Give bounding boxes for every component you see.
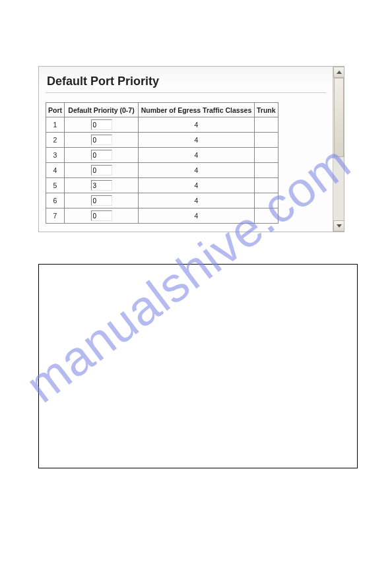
cell-trunk: [255, 178, 278, 193]
cell-port: 3: [46, 148, 65, 163]
cell-port: 7: [46, 208, 65, 224]
cell-port: 5: [46, 178, 65, 193]
empty-frame: [38, 264, 358, 468]
cell-priority: [65, 117, 139, 133]
table-row: 5 4: [46, 178, 278, 193]
column-header-port: Port: [46, 103, 65, 117]
scrollbar-thumb[interactable]: [334, 78, 344, 157]
column-header-egress: Number of Egress Traffic Classes: [139, 103, 255, 117]
table-row: 7 4: [46, 208, 278, 224]
cell-egress: 4: [139, 163, 255, 178]
cell-trunk: [255, 117, 278, 133]
priority-input[interactable]: [91, 210, 112, 221]
cell-port: 6: [46, 193, 65, 208]
cell-port: 2: [46, 133, 65, 148]
cell-trunk: [255, 148, 278, 163]
table-row: 4 4: [46, 163, 278, 178]
table-row: 1 4: [46, 117, 278, 133]
arrow-up-icon: [337, 71, 342, 74]
cell-egress: 4: [139, 193, 255, 208]
priority-input[interactable]: [91, 150, 112, 160]
page-title: Default Port Priority: [47, 75, 326, 88]
priority-input[interactable]: [91, 180, 112, 191]
cell-trunk: [255, 208, 278, 224]
table-header-row: Port Default Priority (0-7) Number of Eg…: [46, 103, 278, 117]
table-row: 3 4: [46, 148, 278, 163]
scroll-up-button[interactable]: [333, 67, 344, 78]
priority-input[interactable]: [91, 119, 112, 130]
cell-port: 1: [46, 117, 65, 133]
cell-priority: [65, 163, 139, 178]
port-priority-table: Port Default Priority (0-7) Number of Eg…: [46, 102, 278, 224]
port-priority-panel: Default Port Priority Port Default Prior…: [38, 66, 344, 232]
column-header-trunk: Trunk: [255, 103, 278, 117]
table-row: 2 4: [46, 133, 278, 148]
cell-priority: [65, 148, 139, 163]
cell-port: 4: [46, 163, 65, 178]
cell-egress: 4: [139, 178, 255, 193]
cell-trunk: [255, 193, 278, 208]
cell-trunk: [255, 163, 278, 178]
cell-priority: [65, 193, 139, 208]
vertical-scrollbar[interactable]: [333, 67, 344, 232]
cell-egress: 4: [139, 148, 255, 163]
arrow-down-icon: [337, 224, 342, 228]
cell-priority: [65, 133, 139, 148]
priority-input[interactable]: [91, 195, 112, 206]
column-header-priority: Default Priority (0-7): [65, 103, 139, 117]
scroll-down-button[interactable]: [333, 220, 344, 232]
cell-priority: [65, 208, 139, 224]
cell-egress: 4: [139, 208, 255, 224]
cell-egress: 4: [139, 133, 255, 148]
panel-content: Default Port Priority Port Default Prior…: [39, 67, 333, 232]
title-divider: [46, 92, 326, 93]
cell-egress: 4: [139, 117, 255, 133]
priority-input[interactable]: [91, 135, 112, 145]
cell-priority: [65, 178, 139, 193]
priority-input[interactable]: [91, 165, 112, 175]
cell-trunk: [255, 133, 278, 148]
table-row: 6 4: [46, 193, 278, 208]
